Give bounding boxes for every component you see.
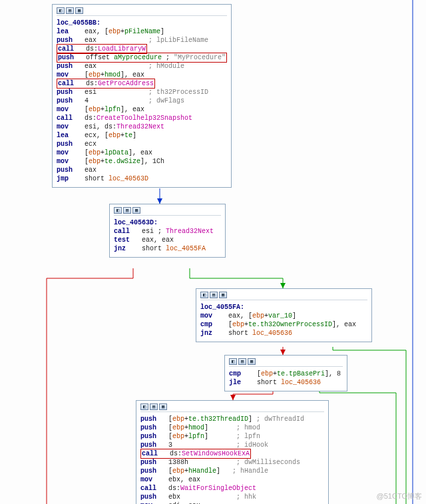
asm-line[interactable]: jle short loc_405636 — [229, 378, 343, 387]
asm-line[interactable]: mov eax, [ebp+var_10] — [200, 312, 367, 320]
asm-line[interactable]: push 1388h ; dwMilliseconds — [140, 458, 324, 467]
asm-line[interactable]: lea eax, [ebp+pFileName] — [57, 27, 227, 36]
asm-line[interactable]: cmp [ebp+te.tpBasePri], 8 — [229, 370, 343, 378]
block-label: loc_4055FA: — [200, 303, 367, 312]
asm-line[interactable]: call ds:CreateToolhelp32Snapshot — [57, 114, 227, 123]
basic-block-cmp-basepri[interactable]: ◧▤▦ cmp [ebp+te.tpBasePri], 8jle short l… — [224, 355, 347, 391]
asm-line[interactable]: call ds:SetWindowsHookExA — [140, 449, 324, 458]
asm-line[interactable]: test eax, eax — [114, 236, 221, 244]
asm-line[interactable]: mov edi, eax — [140, 501, 324, 504]
asm-line[interactable]: mov [ebp+lpfn], eax — [57, 105, 227, 114]
block-label: loc_40563D: — [114, 218, 221, 227]
asm-line[interactable]: push eax ; hModule — [57, 62, 227, 71]
asm-line[interactable]: jmp short loc_40563D — [57, 174, 227, 183]
asm-line[interactable]: push [ebp+hmod] ; hmod — [140, 423, 324, 432]
asm-line[interactable]: jnz short loc_405636 — [200, 329, 367, 338]
asm-line[interactable]: cmp [ebp+te.th32OwnerProcessID], eax — [200, 320, 367, 329]
asm-line[interactable]: push eax — [57, 166, 227, 174]
asm-line[interactable]: mov ebx, eax — [140, 475, 324, 484]
asm-line[interactable]: jnz short loc_4055FA — [114, 244, 221, 253]
node-titlebar: ◧▤▦ — [114, 207, 221, 216]
basic-block-4055FA[interactable]: ◧▤▦ loc_4055FA:mov eax, [ebp+var_10]cmp … — [196, 288, 372, 342]
svg-marker-5 — [230, 395, 236, 400]
asm-line[interactable]: mov [ebp+lpData], eax — [57, 148, 227, 157]
basic-block-40563D[interactable]: ◧▤▦ loc_40563D:call esi ; Thread32Nextte… — [109, 204, 226, 258]
svg-marker-1 — [157, 198, 162, 204]
svg-marker-2 — [280, 283, 286, 288]
asm-line[interactable]: lea ecx, [ebp+te] — [57, 131, 227, 140]
asm-line[interactable]: push esi ; th32ProcessID — [57, 88, 227, 97]
asm-line[interactable]: call ds:WaitForSingleObject — [140, 484, 324, 493]
asm-line[interactable]: mov [ebp+te.dwSize], 1Ch — [57, 157, 227, 166]
node-titlebar: ◧▤▦ — [140, 403, 324, 412]
asm-line[interactable]: push 4 ; dwFlags — [57, 97, 227, 105]
asm-line[interactable]: push [ebp+hHandle] ; hHandle — [140, 467, 324, 475]
asm-line[interactable]: call ds:GetProcAddress — [57, 79, 227, 88]
basic-block-4055BB[interactable]: ◧▤▦ loc_4055BB:lea eax, [ebp+pFileName]p… — [52, 4, 232, 188]
node-titlebar: ◧▤▦ — [229, 358, 343, 367]
watermark: @51CTO博客 — [377, 491, 422, 501]
asm-line[interactable]: call esi ; Thread32Next — [114, 227, 221, 236]
asm-line[interactable]: push ebx ; hhk — [140, 493, 324, 501]
asm-line[interactable]: push ecx — [57, 140, 227, 148]
asm-line[interactable]: push [ebp+lpfn] ; lpfn — [140, 432, 324, 441]
asm-line[interactable]: push [ebp+te.th32ThreadID] ; dwThreadId — [140, 415, 324, 423]
asm-line[interactable]: mov esi, ds:Thread32Next — [57, 123, 227, 131]
node-titlebar: ◧▤▦ — [57, 7, 227, 16]
node-titlebar: ◧▤▦ — [200, 292, 367, 300]
basic-block-setwindowshook[interactable]: ◧▤▦ push [ebp+te.th32ThreadID] ; dwThrea… — [136, 400, 329, 504]
asm-line[interactable]: push offset aMyprocedure ; "MyProcedure" — [57, 53, 227, 62]
block-label: loc_4055BB: — [57, 19, 227, 27]
svg-marker-4 — [280, 350, 286, 355]
